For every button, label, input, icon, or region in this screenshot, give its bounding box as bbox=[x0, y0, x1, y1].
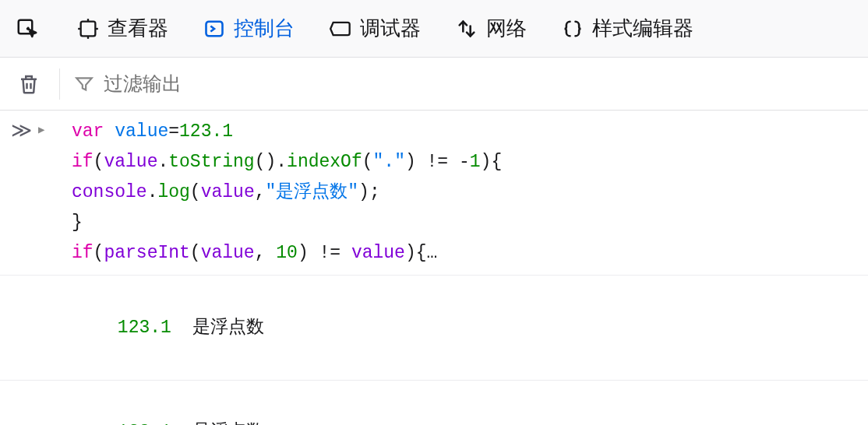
console-area: ≫ ▶ var value=123.1 if(value.toString().… bbox=[0, 111, 868, 425]
output-value-text: 是浮点数 bbox=[192, 318, 264, 338]
tab-label: 网络 bbox=[486, 15, 527, 42]
output-content: 123.1 是浮点数 bbox=[53, 282, 868, 373]
element-picker-icon bbox=[16, 17, 39, 40]
code-block: var value=123.1 if(value.toString().inde… bbox=[53, 117, 868, 269]
output-gutter bbox=[11, 387, 53, 388]
devtools-toolbar: 查看器 控制台 调试器 网络 样式编辑器 bbox=[0, 0, 868, 58]
tab-console[interactable]: 控制台 bbox=[185, 0, 312, 57]
console-icon bbox=[203, 17, 226, 40]
output-value-number: 123.1 bbox=[118, 422, 171, 425]
console-output-row: 123.1 是浮点数 bbox=[0, 276, 868, 380]
console-subtoolbar bbox=[0, 58, 868, 111]
output-value-text: 是浮点数 bbox=[192, 422, 264, 425]
style-editor-icon bbox=[561, 17, 584, 40]
clear-console-button[interactable] bbox=[12, 68, 45, 100]
element-picker-button[interactable] bbox=[9, 0, 59, 57]
debugger-icon bbox=[329, 17, 352, 40]
disclosure-icon[interactable]: ▶ bbox=[38, 118, 44, 136]
console-output-row: 123.1 是浮点数 bbox=[0, 381, 868, 425]
filter-container bbox=[74, 72, 856, 95]
tab-label: 控制台 bbox=[234, 15, 295, 42]
tab-debugger[interactable]: 调试器 bbox=[312, 0, 438, 57]
input-gutter: ≫ ▶ bbox=[11, 117, 53, 143]
network-icon bbox=[455, 17, 478, 40]
tab-inspector[interactable]: 查看器 bbox=[59, 0, 185, 57]
tab-label: 样式编辑器 bbox=[592, 15, 693, 42]
input-prompt-icon: ≫ bbox=[11, 118, 32, 143]
output-gutter bbox=[11, 282, 53, 283]
output-value-number: 123.1 bbox=[118, 318, 171, 338]
tab-label: 调试器 bbox=[360, 15, 421, 42]
tab-style-editor[interactable]: 样式编辑器 bbox=[544, 0, 711, 57]
filter-icon bbox=[74, 74, 94, 94]
subbar-divider bbox=[59, 68, 60, 100]
tab-network[interactable]: 网络 bbox=[438, 0, 544, 57]
filter-input[interactable] bbox=[104, 72, 856, 95]
output-content: 123.1 是浮点数 bbox=[53, 387, 868, 425]
svg-rect-1 bbox=[81, 21, 96, 36]
tab-label: 查看器 bbox=[108, 15, 168, 42]
inspector-icon bbox=[76, 17, 100, 40]
console-input-row[interactable]: ≫ ▶ var value=123.1 if(value.toString().… bbox=[0, 111, 868, 276]
